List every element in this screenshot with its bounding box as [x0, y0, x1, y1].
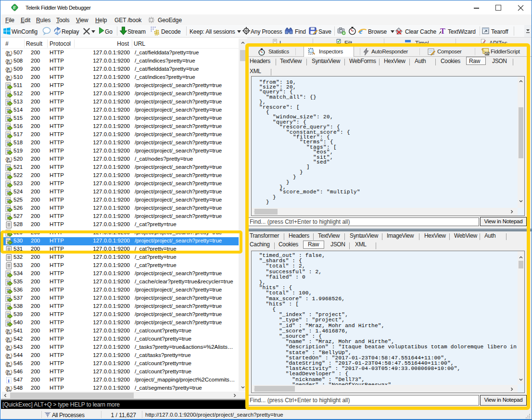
svg-text:F: F: [13, 5, 16, 10]
svg-text:T: T: [440, 27, 445, 35]
